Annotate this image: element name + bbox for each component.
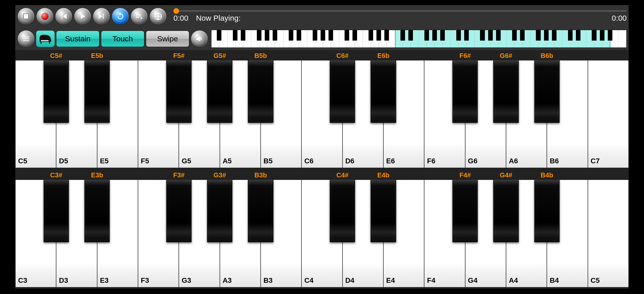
white-key-label: E5 (100, 157, 109, 165)
minimap-black-key[interactable] (369, 30, 373, 41)
minimap-black-key[interactable] (552, 30, 557, 41)
minimap-black-key[interactable] (544, 30, 549, 41)
minimap-black-key[interactable] (400, 30, 405, 41)
stop-button[interactable] (17, 8, 35, 25)
black-key[interactable]: C4# (330, 180, 355, 242)
keyboard-bottom-wrap: C3D3E3F3G3A3B3C4D4E4F4G4A4B4C5C3#E3bF3#G… (15, 171, 629, 287)
progress-slider[interactable] (173, 10, 627, 12)
menu-button[interactable] (17, 30, 35, 47)
black-key-label: B5b (254, 52, 267, 60)
next-button[interactable] (93, 8, 110, 25)
minimap-black-key[interactable] (456, 30, 461, 41)
skip-prev-icon (59, 12, 68, 21)
web-button[interactable] (149, 8, 167, 25)
play-button[interactable] (74, 8, 91, 25)
minimap-black-key[interactable] (376, 30, 381, 41)
black-key-label: C5# (50, 52, 62, 60)
minimap-black-key[interactable] (432, 30, 437, 41)
minimap-black-key[interactable] (592, 30, 596, 41)
black-key[interactable]: G3# (207, 180, 232, 242)
touch-toggle[interactable]: Touch (101, 31, 144, 47)
minimap-white-key[interactable] (283, 30, 291, 47)
black-key[interactable]: F6# (452, 60, 478, 123)
black-key[interactable]: E5b (84, 60, 110, 123)
black-key[interactable]: C5# (44, 60, 69, 123)
minimap-black-key[interactable] (273, 30, 277, 41)
loop-button[interactable] (112, 8, 129, 25)
instrument-button[interactable] (36, 31, 55, 47)
minimap-white-key[interactable] (363, 30, 371, 47)
white-key-label: D3 (59, 276, 68, 285)
minimap-black-key[interactable] (424, 30, 429, 41)
minimap-black-key[interactable] (313, 30, 317, 41)
black-key[interactable]: C6# (330, 60, 355, 123)
black-key[interactable]: G5# (207, 60, 232, 123)
white-key-label: A3 (223, 276, 232, 285)
white-key-label: E3 (100, 276, 109, 285)
black-key-label: C4# (336, 171, 349, 179)
black-key[interactable]: C3# (44, 180, 69, 242)
minimap-white-key[interactable] (251, 30, 259, 47)
black-key[interactable]: E6b (371, 60, 396, 123)
minimap-white-key[interactable] (228, 30, 235, 47)
black-key[interactable]: G6# (493, 60, 519, 123)
record-button[interactable] (36, 8, 54, 25)
minimap-black-key[interactable] (440, 30, 445, 41)
minimap-black-key[interactable] (241, 30, 245, 41)
black-key[interactable]: G4# (493, 180, 519, 242)
minimap-white-key[interactable] (618, 30, 626, 47)
black-key[interactable]: B6b (534, 60, 560, 123)
minimap-black-key[interactable] (289, 30, 293, 41)
minimap-black-key[interactable] (384, 30, 389, 41)
minimap-black-key[interactable] (257, 30, 261, 41)
black-key[interactable]: F4# (452, 180, 478, 242)
minimap-black-key[interactable] (464, 30, 469, 41)
minimap-black-key[interactable] (480, 30, 485, 41)
black-key-label: G3# (213, 171, 226, 179)
keyboard-minimap[interactable] (211, 30, 627, 48)
black-key[interactable]: F3# (166, 180, 192, 242)
minimap-black-key[interactable] (233, 30, 237, 41)
keyboard-top: C5D5E5F5G5A5B5C6D6E6F6G6A6B6C7C5#E5bF5#G… (15, 60, 629, 168)
black-key[interactable]: B4b (534, 180, 560, 242)
minimap-black-key[interactable] (217, 30, 221, 41)
minimap-black-key[interactable] (329, 30, 333, 41)
black-key[interactable]: E4b (371, 180, 396, 242)
minimap-black-key[interactable] (352, 30, 357, 41)
white-key-label: C7 (591, 157, 600, 165)
minimap-white-key[interactable] (339, 30, 347, 47)
minimap-black-key[interactable] (512, 30, 517, 41)
minimap-black-key[interactable] (520, 30, 525, 41)
minimap-black-key[interactable] (576, 30, 580, 41)
white-key-label: G5 (182, 157, 191, 165)
minimap-black-key[interactable] (265, 30, 269, 41)
swipe-toggle[interactable]: Swipe (146, 31, 189, 47)
keyboard-top-wrap: C5D5E5F5G5A5B5C6D6E6F6G6A6B6C7C5#E5bF5#G… (15, 52, 629, 168)
black-key[interactable]: B5b (248, 60, 273, 123)
minimap-black-key[interactable] (488, 30, 493, 41)
minimap-black-key[interactable] (568, 30, 573, 41)
sustain-toggle[interactable]: Sustain (56, 31, 99, 47)
minimap-white-key[interactable] (307, 30, 315, 47)
white-key[interactable]: C7 (588, 60, 629, 168)
transport-bar: 0:00 Now Playing: 0:00 (15, 5, 629, 28)
prev-button[interactable] (55, 8, 72, 25)
minimap-black-key[interactable] (408, 30, 413, 41)
minimap-black-key[interactable] (345, 30, 349, 41)
minimap-black-key[interactable] (536, 30, 540, 41)
black-key[interactable]: B3b (248, 180, 273, 242)
minimap-black-key[interactable] (600, 30, 604, 41)
minimap-black-key[interactable] (496, 30, 501, 41)
white-key[interactable]: C5 (588, 180, 629, 287)
minimap-black-key[interactable] (608, 30, 612, 41)
black-key[interactable]: E3b (84, 180, 110, 242)
volume-button[interactable] (191, 30, 208, 47)
minimap-white-key[interactable] (211, 30, 219, 47)
progress-thumb[interactable] (173, 8, 179, 14)
minimap-black-key[interactable] (297, 30, 301, 41)
white-key-label: C3 (18, 276, 27, 285)
black-key[interactable]: F5# (166, 60, 192, 123)
minimap-black-key[interactable] (321, 30, 325, 41)
progress-block: 0:00 Now Playing: 0:00 (173, 10, 627, 22)
playlist-button[interactable] (131, 8, 148, 25)
